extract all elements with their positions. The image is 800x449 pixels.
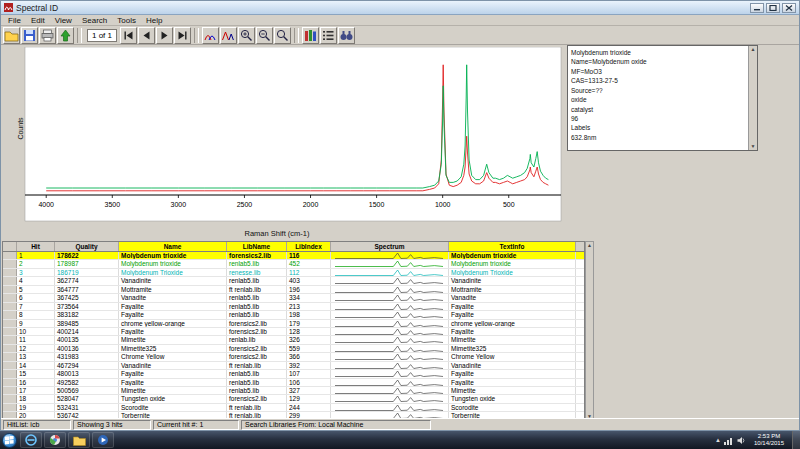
hit-row[interactable]: 7373564Fayaliterenlab5.lib213Fayalite — [3, 303, 584, 311]
hit-row[interactable]: 13431983Chrome Yellowforensics2.lib366Ch… — [3, 353, 584, 361]
menu-search[interactable]: Search — [77, 16, 112, 25]
tray-expand-icon[interactable]: ▲ — [715, 437, 721, 443]
minimize-button[interactable] — [750, 3, 764, 13]
page-indicator: 1 of 1 — [87, 29, 117, 42]
hit-row[interactable]: 8383182Fayaliterenlab5.lib198Fayalite — [3, 311, 584, 319]
menu-view[interactable]: View — [50, 16, 77, 25]
search-library-button[interactable] — [338, 27, 355, 44]
column-header-quality[interactable]: Quality — [55, 242, 119, 251]
column-header-libname[interactable]: LibName — [227, 242, 287, 251]
taskbar-ie-button[interactable] — [20, 432, 42, 448]
menu-tools[interactable]: Tools — [112, 16, 141, 25]
hit-row[interactable]: 6367425Vanaditerenlab5.lib334Vanadite — [3, 294, 584, 302]
start-button[interactable] — [2, 433, 17, 448]
table-scrollbar[interactable]: ▲▼ — [585, 241, 594, 418]
spectrum-info-panel[interactable]: Molybdenum trioxideName=Molybdenum oxide… — [567, 45, 758, 151]
info-line: MF=MoO3 — [571, 67, 747, 76]
raman-spectrum-chart[interactable]: 4000350030002500200015001000500 — [9, 47, 563, 229]
menu-help[interactable]: Help — [141, 16, 167, 25]
hit-row[interactable]: 12400136Mimetite325forensics2.lib559Mime… — [3, 345, 584, 353]
hit-row[interactable]: 15480013Fayaliterenlab5.lib107Fayalite — [3, 370, 584, 378]
first-page-button[interactable] — [120, 27, 137, 44]
column-header-libindex[interactable]: LibIndex — [287, 242, 331, 251]
column-header-textinfo[interactable]: TextInfo — [449, 242, 576, 251]
textinfo-cell: Molybdenum Trioxide — [449, 269, 576, 276]
library-button[interactable] — [302, 27, 319, 44]
quality-cell: 362774 — [55, 277, 119, 284]
zoom-reset-button[interactable] — [274, 27, 291, 44]
title-bar[interactable]: Spectral ID — [1, 1, 799, 15]
hit-row[interactable]: 14467294Vanadiniteft renlab.lib392Vanadi… — [3, 362, 584, 370]
prev-page-button[interactable] — [138, 27, 155, 44]
quality-cell: 532431 — [55, 404, 119, 411]
hit-row[interactable]: 5364777Mottramiteft renlab.lib196Mottram… — [3, 286, 584, 294]
spectrum-thumbnail — [333, 320, 445, 327]
spectrum-thumbnail — [333, 404, 445, 411]
spectrum-cell — [331, 320, 449, 327]
status-current-hit: Current hit #: 1 — [153, 420, 239, 430]
name-cell: Scorodite — [119, 404, 227, 411]
column-header-name[interactable]: Name — [119, 242, 227, 251]
info-scrollbar[interactable]: ▲▼ — [748, 46, 757, 150]
hit-row[interactable]: 1178622Molybdenum trioxideforensics2.lib… — [3, 252, 584, 260]
status-search-source: Search Libraries From: Local Machine — [241, 420, 431, 430]
hit-row[interactable]: 3186719Molybdenum Trioxiderenesse.lib112… — [3, 269, 584, 277]
save-button[interactable] — [21, 27, 38, 44]
print-button[interactable] — [39, 27, 56, 44]
zoom-out-button[interactable] — [256, 27, 273, 44]
next-page-button[interactable] — [156, 27, 173, 44]
spectrum-cell — [331, 412, 449, 418]
hit-row[interactable]: 19532431Scoroditeft renlab.lib244Scorodi… — [3, 404, 584, 412]
hit-cell: 13 — [17, 353, 55, 360]
network-icon[interactable] — [724, 436, 734, 445]
hit-row[interactable]: 10400214Fayaliteforensics2.lib128Fayalit… — [3, 328, 584, 336]
menu-file[interactable]: File — [3, 16, 26, 25]
hit-row[interactable]: 17500569Mimetiterenlab5.lib327Mimetite — [3, 387, 584, 395]
taskbar-chrome-button[interactable] — [44, 432, 66, 448]
folder-icon — [73, 435, 86, 446]
hit-row[interactable]: 16492582Fayaliterenlab5.lib106Fayalite — [3, 379, 584, 387]
libindex-cell: 244 — [287, 404, 331, 411]
scroll-down-icon[interactable]: ▼ — [751, 143, 756, 150]
close-button[interactable] — [782, 3, 796, 13]
taskbar-media-button[interactable] — [92, 432, 114, 448]
scroll-down-icon[interactable]: ▼ — [587, 413, 592, 418]
peak-label-button[interactable] — [220, 27, 237, 44]
spectrum-thumbnail — [333, 395, 445, 402]
hit-cell: 8 — [17, 311, 55, 318]
hitlist-button[interactable] — [320, 27, 337, 44]
hit-row[interactable]: 2178987Molybdenum trioxiderenlab5.lib452… — [3, 260, 584, 268]
scroll-up-icon[interactable]: ▲ — [587, 242, 592, 248]
hit-row[interactable]: 11400135Mimetiterenlab.lib326Mimetite — [3, 336, 584, 344]
zoom-in-button[interactable] — [238, 27, 255, 44]
textinfo-cell: Fayalite — [449, 311, 576, 318]
svg-text:3000: 3000 — [171, 201, 187, 208]
libname-cell: ft renlab.lib — [227, 412, 287, 418]
textinfo-cell: chrome yellow-orange — [449, 320, 576, 327]
hit-row[interactable]: 18528047Tungsten oxideforensics2.lib129T… — [3, 395, 584, 403]
libname-cell: renlab.lib — [227, 336, 287, 343]
show-desktop-button[interactable] — [792, 431, 800, 449]
spectrum-cell — [331, 404, 449, 411]
taskbar-explorer-button[interactable] — [68, 432, 90, 448]
scroll-up-icon[interactable]: ▲ — [751, 46, 756, 53]
hit-row[interactable]: 9389485chrome yellow-orangeforensics2.li… — [3, 320, 584, 328]
column-header-hit[interactable]: Hit — [17, 242, 55, 251]
last-page-button[interactable] — [174, 27, 191, 44]
overlay-spectra-button[interactable] — [202, 27, 219, 44]
volume-icon[interactable] — [737, 436, 746, 445]
open-button[interactable] — [3, 27, 20, 44]
export-button[interactable] — [57, 27, 74, 44]
name-cell: Tungsten oxide — [119, 395, 227, 402]
spectrum-cell — [331, 252, 449, 259]
libname-cell: renlab5.lib — [227, 387, 287, 394]
column-header-spectrum[interactable]: Spectrum — [331, 242, 449, 251]
maximize-button[interactable] — [766, 3, 780, 13]
libindex-cell: 179 — [287, 320, 331, 327]
arrow-up-icon — [58, 28, 73, 43]
hit-row[interactable]: 20536742Torberniteft renlab.lib299Torber… — [3, 412, 584, 418]
hit-row[interactable]: 4362774Vanadiniterenlab5.lib403Vanadinit… — [3, 277, 584, 285]
menu-edit[interactable]: Edit — [26, 16, 50, 25]
name-cell: Fayalite — [119, 311, 227, 318]
taskbar-clock[interactable]: 2:53 PM 10/14/2015 — [749, 433, 789, 447]
